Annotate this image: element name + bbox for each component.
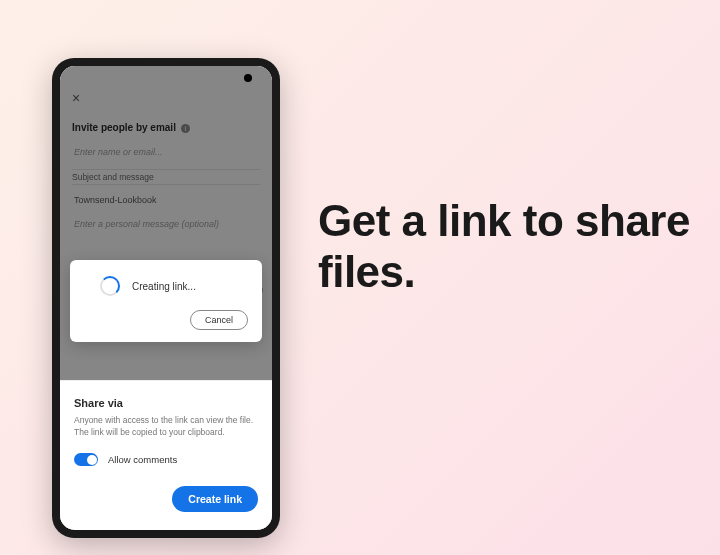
share-via-sheet: Share via Anyone with access to the link…: [60, 380, 272, 530]
phone-screen: × Invite people by email i Enter name or…: [60, 66, 272, 530]
allow-comments-row[interactable]: Allow comments: [74, 453, 258, 466]
modal-status-text: Creating link...: [132, 281, 196, 292]
marketing-headline: Get a link to share files.: [318, 196, 720, 297]
spinner-icon: [100, 276, 120, 296]
allow-comments-label: Allow comments: [108, 454, 177, 465]
creating-link-modal: Creating link... Cancel: [70, 260, 262, 342]
cancel-button[interactable]: Cancel: [190, 310, 248, 330]
sheet-description: Anyone with access to the link can view …: [74, 415, 258, 439]
create-link-button[interactable]: Create link: [172, 486, 258, 512]
phone-frame: × Invite people by email i Enter name or…: [52, 58, 280, 538]
allow-comments-toggle[interactable]: [74, 453, 98, 466]
camera-notch: [244, 74, 252, 82]
sheet-title: Share via: [74, 397, 258, 409]
